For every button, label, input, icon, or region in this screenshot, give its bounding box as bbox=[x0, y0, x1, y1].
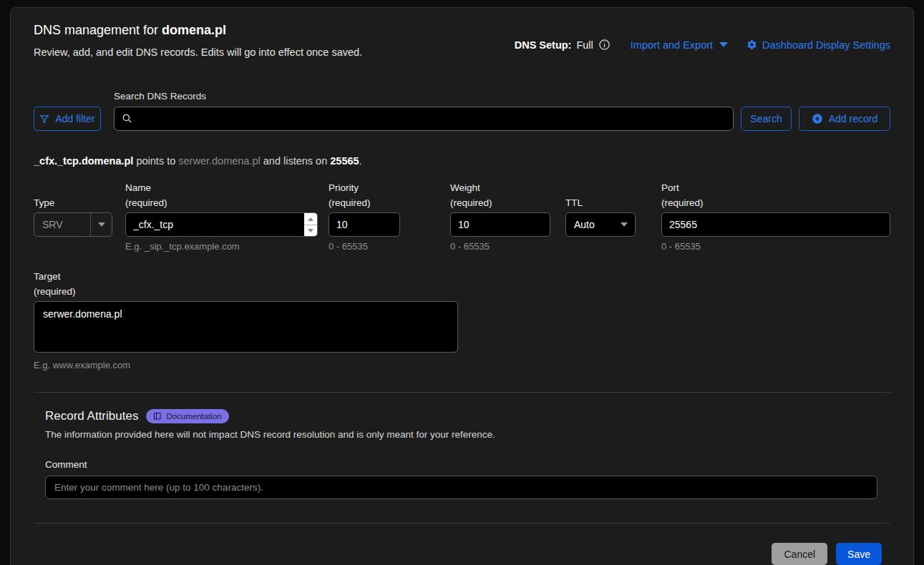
record-summary: _cfx._tcp.domena.pl points to serwer.dom… bbox=[34, 155, 890, 167]
book-icon bbox=[153, 412, 162, 421]
page-title-prefix: DNS management for bbox=[34, 23, 162, 37]
summary-listens-on: and listens on bbox=[261, 155, 331, 167]
cancel-button[interactable]: Cancel bbox=[772, 543, 827, 565]
dashboard-display-settings-link[interactable]: Dashboard Display Settings bbox=[762, 39, 890, 51]
chevron-down-icon bbox=[621, 222, 628, 227]
record-attributes-title: Record Attributes bbox=[45, 409, 138, 423]
section-divider bbox=[34, 392, 890, 393]
name-stepper bbox=[304, 213, 317, 236]
port-field: Port (required) 0 - 65535 bbox=[661, 180, 890, 252]
search-section: Search DNS Records Add filter Search Add… bbox=[34, 91, 890, 131]
dns-setup-value: Full bbox=[576, 39, 593, 51]
add-record-button[interactable]: Add record bbox=[799, 107, 890, 131]
summary-target: serwer.domena.pl bbox=[178, 155, 260, 167]
target-helper: E.g. www.example.com bbox=[34, 360, 890, 370]
weight-required-label: (required) bbox=[450, 195, 550, 210]
stepper-down-button[interactable] bbox=[304, 225, 317, 237]
name-label: Name bbox=[125, 180, 318, 195]
target-textarea[interactable]: serwer.domena.pl bbox=[34, 301, 458, 353]
search-field-wrap bbox=[114, 107, 734, 131]
page-title-domain: domena.pl bbox=[162, 23, 226, 37]
footer-actions: Cancel Save bbox=[34, 543, 890, 565]
ttl-select-value: Auto bbox=[566, 219, 595, 230]
type-field: Type SRV bbox=[34, 180, 112, 252]
add-filter-label: Add filter bbox=[55, 113, 94, 124]
gear-icon[interactable] bbox=[747, 39, 757, 50]
summary-port: 25565 bbox=[330, 155, 359, 167]
port-required-label: (required) bbox=[661, 195, 890, 210]
weight-label: Weight bbox=[450, 180, 550, 195]
weight-helper: 0 - 65535 bbox=[450, 241, 550, 252]
ttl-field: TTL Auto bbox=[565, 180, 636, 252]
documentation-badge[interactable]: Documentation bbox=[146, 409, 228, 423]
comment-label: Comment bbox=[45, 459, 890, 470]
record-attributes-section: Record Attributes Documentation The info… bbox=[45, 409, 890, 499]
plus-circle-icon bbox=[812, 113, 823, 124]
dns-setup-label: DNS Setup: bbox=[515, 39, 572, 51]
name-required-label: (required) bbox=[125, 195, 318, 210]
priority-required-label: (required) bbox=[329, 195, 400, 210]
comment-input[interactable] bbox=[45, 476, 877, 499]
chevron-down-icon bbox=[98, 222, 105, 227]
ttl-select[interactable]: Auto bbox=[565, 212, 636, 237]
triangle-up-icon bbox=[308, 217, 313, 221]
name-helper: E.g. _sip._tcp.example.com bbox=[125, 241, 318, 252]
documentation-label: Documentation bbox=[166, 412, 221, 421]
type-label: Type bbox=[34, 195, 112, 210]
stepper-up-button[interactable] bbox=[304, 213, 317, 225]
type-select[interactable]: SRV bbox=[34, 212, 112, 237]
priority-helper: 0 - 65535 bbox=[329, 241, 400, 252]
target-label: Target bbox=[34, 269, 890, 284]
chevron-down-icon bbox=[719, 42, 728, 47]
ttl-label: TTL bbox=[565, 195, 636, 210]
record-attributes-description: The information provided here will not i… bbox=[45, 429, 890, 440]
weight-field: Weight (required) 0 - 65535 bbox=[450, 180, 550, 252]
add-filter-button[interactable]: Add filter bbox=[34, 107, 101, 131]
name-field: Name (required) E.g. _sip._tcp.example.c… bbox=[125, 180, 318, 252]
summary-record-name: _cfx._tcp.domena.pl bbox=[34, 155, 133, 167]
save-button[interactable]: Save bbox=[836, 543, 882, 565]
weight-input[interactable] bbox=[450, 212, 550, 237]
target-required-label: (required) bbox=[34, 284, 890, 299]
record-form-row: Type SRV Name (required) E.g. _sip._tcp.… bbox=[34, 180, 890, 252]
summary-period: . bbox=[359, 155, 362, 167]
info-icon[interactable] bbox=[598, 39, 611, 51]
priority-label: Priority bbox=[329, 180, 400, 195]
type-select-value: SRV bbox=[34, 219, 63, 230]
header: DNS management for domena.pl Review, add… bbox=[34, 23, 890, 59]
port-helper: 0 - 65535 bbox=[661, 241, 890, 252]
import-export-dropdown[interactable]: Import and Export bbox=[631, 39, 728, 51]
search-dns-records-label: Search DNS Records bbox=[114, 91, 890, 102]
priority-input[interactable] bbox=[329, 212, 400, 237]
search-button[interactable]: Search bbox=[741, 107, 792, 131]
footer-divider bbox=[34, 523, 890, 524]
triangle-down-icon bbox=[308, 229, 313, 232]
search-icon bbox=[122, 113, 132, 127]
page-title: DNS management for domena.pl bbox=[34, 23, 362, 38]
name-input[interactable] bbox=[125, 212, 318, 237]
port-input[interactable] bbox=[661, 212, 890, 237]
dns-management-panel: DNS management for domena.pl Review, add… bbox=[10, 7, 914, 565]
page-subtitle: Review, add, and edit DNS records. Edits… bbox=[34, 45, 362, 59]
port-label: Port bbox=[661, 180, 890, 195]
header-left: DNS management for domena.pl Review, add… bbox=[34, 23, 362, 59]
toolbar-row: Add filter Search Add record bbox=[34, 107, 890, 131]
target-field: Target (required) serwer.domena.pl E.g. … bbox=[34, 269, 890, 370]
search-input[interactable] bbox=[114, 107, 734, 131]
add-record-label: Add record bbox=[829, 113, 877, 124]
search-button-label: Search bbox=[750, 113, 782, 124]
filter-icon bbox=[39, 114, 49, 124]
priority-field: Priority (required) 0 - 65535 bbox=[329, 180, 400, 252]
summary-points-to: points to bbox=[133, 155, 178, 167]
import-export-label: Import and Export bbox=[631, 39, 713, 51]
header-actions: DNS Setup: Full Import and Export Dashbo… bbox=[515, 39, 890, 51]
